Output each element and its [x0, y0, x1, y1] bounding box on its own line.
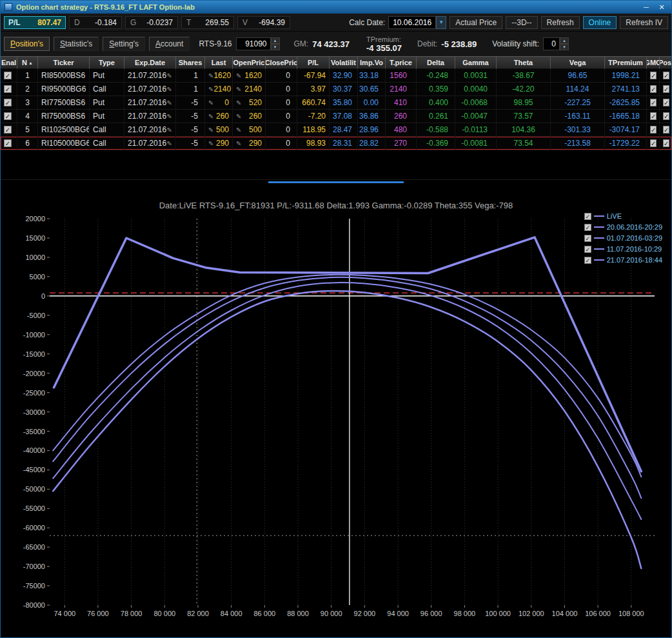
splitter[interactable]	[1, 179, 671, 184]
refresh-button[interactable]: Refresh	[541, 16, 580, 29]
gmo-checkbox[interactable]: ✓	[650, 126, 657, 134]
gmo-checkbox[interactable]: ✓	[650, 112, 657, 120]
column-header-p-l[interactable]: P/L	[297, 56, 330, 69]
cell-value: 21.07.2016	[128, 112, 166, 121]
column-header-type[interactable]: Type	[90, 56, 124, 69]
enable-checkbox[interactable]: ✓	[4, 72, 12, 79]
column-header-volatilit[interactable]: Volatilit	[330, 56, 358, 69]
cell-value: -0.248	[426, 71, 448, 80]
column-header-gmo[interactable]: GMO	[647, 56, 660, 69]
cell-pos: ✓	[660, 123, 672, 136]
cell-value: -0.0068	[461, 98, 488, 107]
series-curve-2	[53, 277, 641, 498]
gmo-checkbox[interactable]: ✓	[650, 85, 657, 93]
tab-account[interactable]: Account	[149, 37, 190, 51]
spin-down-icon[interactable]: ▼	[271, 44, 280, 50]
refresh-iv-button[interactable]: Refresh IV	[620, 16, 668, 29]
spin-up-icon[interactable]: ▲	[271, 37, 280, 44]
view-3d-button[interactable]: --3D--	[506, 16, 537, 29]
cell-enabled: ✓	[1, 96, 17, 109]
position-checkbox[interactable]: ✓	[663, 72, 669, 79]
calc-date-input[interactable]: 10.06.2016	[388, 16, 436, 29]
column-header-delta[interactable]: Delta	[417, 56, 455, 69]
cell-value: 0	[286, 85, 290, 94]
table-row[interactable]: ✓5RI102500BG6Call21.07.2016✎-5✎500✎50001…	[1, 123, 671, 137]
enable-checkbox[interactable]: ✓	[4, 85, 12, 93]
tab-settings[interactable]: Setting's	[103, 37, 145, 51]
spin-up-icon[interactable]: ▲	[560, 37, 569, 44]
table-row[interactable]: ✓2RI95000BG6Call21.07.2016✎1✎2140✎214003…	[1, 83, 671, 96]
position-checkbox[interactable]: ✓	[663, 99, 669, 106]
table-row[interactable]: ✓6RI105000BG6Call21.07.2016✎-5✎290✎29009…	[1, 137, 671, 150]
cell-value: RI95000BG6	[41, 85, 86, 94]
y-tick-label: -35000	[23, 428, 45, 435]
column-header-n[interactable]: N▲	[17, 56, 38, 69]
column-header-last[interactable]: Last	[205, 56, 233, 69]
x-tick-label: 86 000	[253, 610, 275, 617]
column-header-imp-vo[interactable]: Imp.Vo	[358, 56, 386, 69]
online-toggle-button[interactable]: Online	[583, 16, 617, 29]
enable-checkbox[interactable]: ✓	[4, 112, 12, 120]
cell-value: Put	[93, 98, 104, 107]
table-row[interactable]: ✓1RI85000BS6Put21.07.2016✎1✎1620✎16200-6…	[1, 69, 671, 83]
column-header-theta[interactable]: Theta	[497, 56, 551, 69]
y-tick-label: -75000	[23, 582, 45, 590]
splitter-handle-icon[interactable]	[268, 181, 404, 183]
cell-tpremium: -1665.18	[605, 110, 647, 123]
column-header-shares[interactable]: Shares	[176, 56, 205, 69]
x-tick-label: 102 000	[519, 610, 544, 617]
edit-pencil-icon: ✎	[208, 140, 213, 147]
legend-checkbox[interactable]: ✓	[584, 235, 591, 242]
position-checkbox[interactable]: ✓	[663, 126, 669, 134]
column-header-openpric[interactable]: OpenPric	[233, 56, 266, 69]
x-tick-label: 104 000	[552, 610, 578, 617]
column-header-closepric[interactable]: ClosePric	[266, 56, 297, 69]
cell-vega: 96.65	[551, 69, 605, 82]
column-header-t-price[interactable]: T.price	[386, 56, 417, 69]
tab-statistics[interactable]: Statistic's	[54, 37, 99, 51]
spin-down-icon[interactable]: ▼	[560, 44, 569, 50]
column-header-gamma[interactable]: Gamma	[455, 56, 497, 69]
edit-pencil-icon: ✎	[208, 113, 213, 120]
table-row[interactable]: ✓4RI75000BS6Put21.07.2016✎-5✎260✎2600-7.…	[1, 110, 671, 123]
cell-pos: ✓	[660, 83, 672, 95]
enable-checkbox[interactable]: ✓	[4, 139, 12, 147]
chart-legend: ✓LiVE✓20.06.2016-20:29✓01.07.2016-03:29✓…	[584, 212, 662, 264]
gmo-checkbox[interactable]: ✓	[650, 72, 657, 79]
cell-exp_date: 21.07.2016✎	[124, 123, 176, 136]
legend-checkbox[interactable]: ✓	[584, 213, 591, 220]
close-icon[interactable]: ✕	[656, 3, 667, 12]
window-title: Option chart strategy - RTS-9.16_FT LAFT…	[16, 3, 195, 11]
app-icon	[5, 3, 12, 11]
column-header-ticker[interactable]: Ticker	[38, 56, 90, 69]
position-checkbox[interactable]: ✓	[663, 139, 669, 147]
greek-vega-label: V	[242, 18, 248, 27]
column-header-vega[interactable]: Vega	[551, 56, 605, 69]
position-checkbox[interactable]: ✓	[663, 112, 669, 120]
price-input[interactable]: 91090	[236, 37, 271, 50]
cell-last: ✎290	[205, 137, 233, 150]
pl-chart-canvas[interactable]: 74 00076 00078 00080 00082 00084 00086 0…	[1, 184, 672, 638]
calendar-dropdown-icon[interactable]: ▼	[436, 16, 446, 29]
positions-table-header: EnalN▲TickerTypeExp.DateSharesLastOpenPr…	[1, 56, 671, 69]
legend-checkbox[interactable]: ✓	[584, 224, 591, 231]
legend-checkbox[interactable]: ✓	[584, 257, 591, 264]
position-checkbox[interactable]: ✓	[663, 85, 669, 93]
gmo-checkbox[interactable]: ✓	[650, 99, 657, 106]
column-header-exp-date[interactable]: Exp.Date	[124, 56, 176, 69]
enable-checkbox[interactable]: ✓	[4, 99, 12, 106]
actual-price-button[interactable]: Actual Price	[450, 16, 502, 29]
minimize-icon[interactable]: ─	[640, 3, 652, 11]
cell-t_price: 410	[386, 96, 417, 109]
enable-checkbox[interactable]: ✓	[4, 126, 12, 134]
cell-n: 3	[17, 96, 38, 109]
greek-vega-value: -694.39	[259, 18, 285, 27]
tab-positions[interactable]: Position's	[4, 37, 50, 51]
column-header-tpremium[interactable]: TPremium	[605, 56, 647, 69]
vol-shift-input[interactable]: 0	[543, 37, 560, 50]
legend-checkbox[interactable]: ✓	[584, 246, 591, 253]
column-header-posi[interactable]: Posi	[660, 56, 672, 69]
gmo-checkbox[interactable]: ✓	[650, 139, 657, 147]
table-row[interactable]: ✓3RI77500BS6Put21.07.2016✎-5✎0✎5200660.7…	[1, 96, 671, 110]
column-header-enal[interactable]: Enal	[1, 56, 17, 69]
